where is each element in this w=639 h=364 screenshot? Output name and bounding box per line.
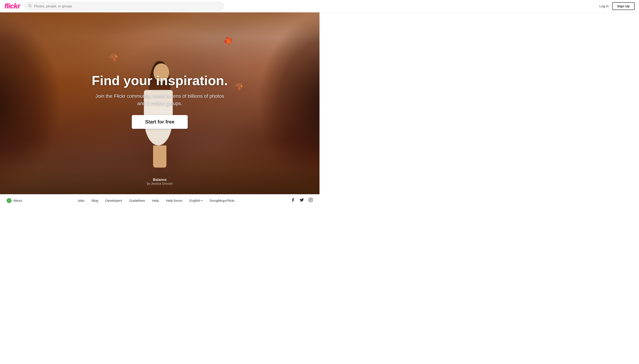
hero-title: Find your inspiration. [91,74,228,88]
start-free-button[interactable]: Start for free [132,115,188,129]
search-bar[interactable] [25,2,224,10]
hero-subtitle: Join the Flickr community, home to tens … [91,92,228,107]
language-label: English [189,199,200,202]
photo-title: Balance [147,178,173,182]
footer-left: ✓ About [7,198,22,203]
twitter-icon[interactable] [299,198,304,203]
smugmug-link[interactable]: SmugMug+Flickr. [209,199,235,202]
header: flickr Log In Sign Up [0,0,320,12]
help-forum-link[interactable]: Help forum [166,199,182,202]
instagram-icon[interactable] [308,198,313,203]
footer: ✓ About Jobs Blog Developers Guidelines … [0,194,320,206]
shield-icon: ✓ [7,198,12,203]
language-selector[interactable]: English ▾ [189,199,202,202]
search-input[interactable] [34,4,220,8]
jobs-link[interactable]: Jobs [77,199,85,202]
photo-author: by Jessica Drossin [147,182,173,185]
footer-social-icons [291,198,313,203]
hero-section: 🍂 🍁 🍂 Find your inspiration. Join the Fl… [0,12,320,194]
girl-legs [153,146,166,168]
svg-rect-2 [309,198,313,202]
blog-link[interactable]: Blog [92,199,98,202]
photo-credit: Balance by Jessica Drossin [147,178,173,185]
hero-content: Find your inspiration. Join the Flickr c… [91,74,228,129]
help-link[interactable]: Help [152,199,159,202]
flickr-logo[interactable]: flickr [5,2,20,10]
svg-line-1 [31,6,32,7]
footer-nav-links: Jobs Blog Developers Guidelines Help Hel… [77,199,235,202]
guidelines-link[interactable]: Guidelines [129,199,145,202]
about-link[interactable]: About [13,199,22,202]
facebook-icon[interactable] [291,198,295,203]
developers-link[interactable]: Developers [105,199,122,202]
chevron-down-icon: ▾ [201,199,202,202]
search-icon [28,4,32,8]
